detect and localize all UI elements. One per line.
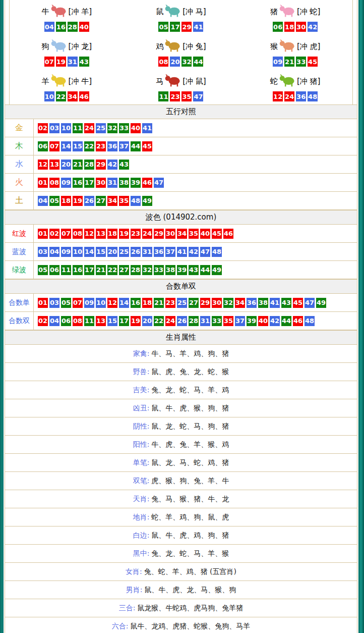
number-ball: 32 bbox=[181, 57, 192, 67]
zodiac-attributes-header: 生肖属性 bbox=[5, 330, 357, 345]
number-ball: 01 bbox=[38, 229, 48, 239]
five-elements-row: 火0108091617303138394647 bbox=[5, 174, 357, 192]
zodiac-cell: 鼠[冲 马]05172941 bbox=[124, 0, 238, 35]
horse-icon bbox=[164, 74, 181, 89]
number-ball: 35 bbox=[189, 229, 199, 239]
attribute-row: 双笔:虎、猴、狗、兔、羊、牛 bbox=[5, 472, 357, 490]
ox-icon bbox=[50, 4, 68, 20]
number-ball: 34 bbox=[177, 229, 187, 239]
zodiac-animal-name: 马 bbox=[156, 77, 163, 86]
zodiac-label: 猪[冲 蛇] bbox=[270, 3, 320, 20]
number-ball: 37 bbox=[165, 247, 175, 257]
zodiac-clash-text: [冲 虎] bbox=[297, 42, 320, 51]
number-ball: 40 bbox=[258, 316, 268, 326]
number-ball: 23 bbox=[165, 298, 175, 308]
zodiac-label: 马[冲 鼠] bbox=[156, 73, 206, 90]
number-list: 03040910141520252631363741424748 bbox=[34, 247, 222, 257]
attribute-row: 白边:鼠、牛、虎、鸡、狗、猪 bbox=[5, 526, 357, 545]
number-ball: 10 bbox=[73, 247, 83, 257]
attribute-label: 六合: bbox=[112, 622, 129, 631]
number-ball: 12 bbox=[273, 91, 283, 101]
zodiac-number-list: 05172941 bbox=[158, 22, 203, 32]
number-ball: 20 bbox=[142, 316, 152, 326]
number-ball: 25 bbox=[177, 298, 187, 308]
number-ball: 23 bbox=[96, 141, 106, 151]
wave-color-row: 红波0102070812131819232429303435404546 bbox=[5, 225, 357, 243]
zodiac-label: 猴[冲 虎] bbox=[270, 38, 320, 55]
number-ball: 36 bbox=[247, 298, 257, 308]
zodiac-number-list: 11233547 bbox=[158, 91, 203, 101]
row-label: 火 bbox=[5, 174, 34, 191]
zodiac-animal-name: 狗 bbox=[42, 42, 49, 51]
number-ball: 34 bbox=[107, 196, 117, 206]
zodiac-animal-name: 猪 bbox=[270, 7, 278, 17]
five-elements-row: 土04051819262734354849 bbox=[5, 192, 357, 210]
attribute-row: 阳性:牛、虎、兔、羊、猴、鸡 bbox=[5, 436, 357, 454]
number-ball: 28 bbox=[189, 316, 199, 326]
number-ball: 44 bbox=[131, 141, 141, 151]
number-ball: 21 bbox=[96, 265, 106, 275]
number-ball: 34 bbox=[68, 91, 78, 101]
five-elements-row: 金02031011242532334041 bbox=[5, 119, 357, 137]
number-ball: 19 bbox=[73, 196, 83, 206]
number-ball: 02 bbox=[38, 123, 48, 133]
number-ball: 41 bbox=[270, 298, 280, 308]
pig-icon bbox=[279, 4, 296, 20]
number-ball: 07 bbox=[49, 141, 59, 151]
attribute-value: 兔、龙、蛇、马、羊、鸡 bbox=[151, 386, 229, 395]
zodiac-number-list: 08203244 bbox=[158, 57, 203, 67]
dog-icon bbox=[50, 39, 68, 55]
attribute-label: 地肖: bbox=[133, 513, 150, 522]
number-ball: 07 bbox=[73, 298, 83, 308]
number-ball: 13 bbox=[49, 160, 59, 170]
number-ball: 41 bbox=[142, 123, 152, 133]
zodiac-animal-name: 羊 bbox=[42, 77, 49, 86]
number-ball: 18 bbox=[142, 298, 152, 308]
number-ball: 45 bbox=[212, 229, 222, 239]
number-ball: 15 bbox=[96, 247, 106, 257]
number-ball: 11 bbox=[73, 123, 83, 133]
number-ball: 42 bbox=[270, 316, 280, 326]
number-ball: 31 bbox=[200, 316, 210, 326]
number-ball: 46 bbox=[79, 91, 89, 101]
number-ball: 23 bbox=[170, 91, 180, 101]
attribute-value: 牛、虎、兔、羊、猴、鸡 bbox=[151, 440, 229, 449]
zodiac-label: 蛇[冲 猪] bbox=[270, 73, 320, 90]
number-ball: 06 bbox=[61, 316, 71, 326]
number-ball: 06 bbox=[273, 22, 283, 32]
attribute-label: 单笔: bbox=[133, 458, 150, 467]
attribute-row: 黑中:兔、龙、蛇、马、羊、猴 bbox=[5, 545, 357, 563]
rooster-icon bbox=[164, 39, 181, 55]
number-ball: 19 bbox=[131, 316, 141, 326]
number-ball: 24 bbox=[84, 123, 94, 133]
number-ball: 20 bbox=[170, 57, 180, 67]
attribute-row: 单笔:鼠、龙、马、蛇、鸡、猪 bbox=[5, 454, 357, 472]
number-ball: 38 bbox=[165, 265, 175, 275]
number-ball: 44 bbox=[281, 316, 291, 326]
number-ball: 22 bbox=[84, 141, 94, 151]
row-label: 合数单 bbox=[5, 294, 34, 311]
number-ball: 30 bbox=[165, 229, 175, 239]
number-list: 04051819262734354849 bbox=[34, 196, 152, 206]
number-ball: 28 bbox=[84, 160, 94, 170]
number-ball: 45 bbox=[293, 298, 303, 308]
zodiac-number-list: 04162840 bbox=[44, 22, 89, 32]
attribute-row: 天肖:兔、马、猴、猪、牛、龙 bbox=[5, 490, 357, 508]
number-ball: 17 bbox=[119, 316, 129, 326]
zodiac-clash-text: [冲 马] bbox=[183, 7, 206, 17]
number-ball: 02 bbox=[49, 229, 59, 239]
number-ball: 13 bbox=[96, 229, 106, 239]
number-list: 0102070812131819232429303435404546 bbox=[34, 229, 233, 239]
number-ball: 16 bbox=[73, 178, 83, 188]
number-ball: 41 bbox=[193, 22, 203, 32]
number-ball: 11 bbox=[84, 316, 94, 326]
zodiac-label: 羊[冲 牛] bbox=[42, 73, 92, 90]
attribute-value: 鼠、龙、马、蛇、鸡、猪 bbox=[151, 458, 229, 467]
number-ball: 47 bbox=[193, 91, 203, 101]
number-ball: 06 bbox=[38, 141, 48, 151]
zodiac-cell: 牛[冲 羊]04162840 bbox=[10, 0, 124, 35]
zodiac-clash-text: [冲 蛇] bbox=[297, 7, 320, 17]
number-ball: 21 bbox=[73, 160, 83, 170]
row-label: 红波 bbox=[5, 225, 34, 242]
number-ball: 01 bbox=[38, 178, 48, 188]
